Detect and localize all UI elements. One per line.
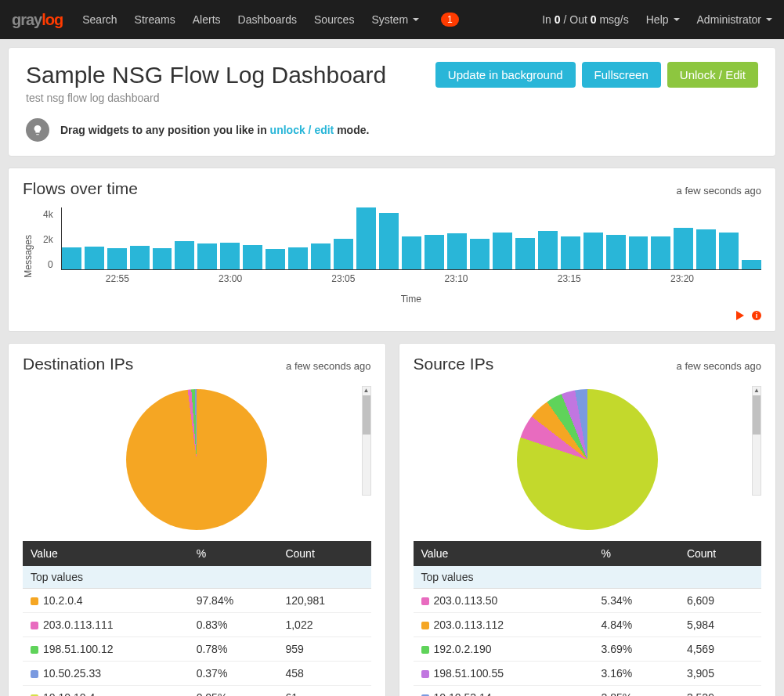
lightbulb-icon (26, 118, 49, 142)
scrollbar[interactable]: ▲ (362, 386, 371, 496)
flows-over-time-widget: Flows over time a few seconds ago Messag… (8, 168, 776, 332)
page-subtitle: test nsg flow log dashboard (26, 92, 386, 104)
bar (356, 207, 376, 269)
hint-row: Drag widgets to any position you like in… (26, 118, 758, 142)
scroll-thumb[interactable] (753, 395, 761, 435)
notification-badge[interactable]: 1 (441, 13, 459, 27)
widget-updated: a few seconds ago (677, 185, 761, 197)
hint-text: Drag widgets to any position you like in… (60, 124, 369, 136)
bar (719, 233, 739, 269)
bar (629, 236, 649, 269)
bar (606, 235, 626, 269)
bar (288, 247, 308, 269)
bar (62, 247, 81, 269)
nav-dashboards[interactable]: Dashboards (238, 13, 298, 26)
scroll-up-icon[interactable]: ▲ (363, 387, 370, 395)
y-axis-ticks: 4k 2k 0 (43, 207, 53, 270)
table-row[interactable]: 10.10.53.142.85%3,529 (414, 686, 762, 697)
x-axis-label: Time (61, 294, 761, 305)
logo-gray: gray (12, 11, 42, 28)
color-swatch (421, 646, 429, 654)
update-background-button[interactable]: Update in background (435, 62, 576, 88)
widget-title: Destination IPs (23, 355, 133, 373)
info-icon[interactable]: i (752, 311, 761, 320)
table-row[interactable]: 203.0.113.1124.84%5,984 (414, 613, 762, 637)
widget-updated: a few seconds ago (286, 360, 370, 372)
bar (243, 245, 262, 269)
nav-help-label: Help (646, 13, 669, 26)
bar (447, 233, 467, 269)
table-row[interactable]: 10.10.10.40.05%61 (23, 686, 371, 697)
header-panel: Sample NSG Flow Log Dashboard test nsg f… (8, 47, 776, 157)
table-row[interactable]: 198.51.100.120.78%959 (23, 637, 371, 662)
bar (266, 249, 285, 269)
bar (651, 236, 670, 269)
nav-streams[interactable]: Streams (135, 13, 175, 26)
bar (493, 233, 512, 269)
bar (175, 241, 194, 269)
bar (311, 243, 331, 269)
col-count: Count (679, 541, 761, 566)
table-row[interactable]: 10.2.0.497.84%120,981 (23, 589, 371, 613)
pie-chart (126, 389, 267, 530)
widget-title: Flows over time (23, 179, 138, 198)
color-swatch (421, 597, 429, 605)
bar (538, 231, 558, 269)
bar (153, 248, 172, 269)
page-title: Sample NSG Flow Log Dashboard (26, 62, 386, 88)
col-pct: % (189, 541, 278, 566)
bar (561, 236, 580, 269)
unlock-edit-button[interactable]: Unlock / Edit (667, 62, 758, 88)
color-swatch (31, 646, 38, 654)
scrollbar[interactable]: ▲ (752, 386, 761, 496)
bar (402, 236, 421, 269)
bar (379, 213, 399, 269)
bar-chart (61, 207, 761, 270)
bar (425, 235, 444, 269)
table-row[interactable]: 203.0.113.505.34%6,609 (414, 589, 762, 613)
logo[interactable]: graylog (12, 11, 63, 29)
nav-alerts[interactable]: Alerts (193, 13, 221, 26)
bar (334, 239, 353, 269)
pie-chart (517, 389, 658, 530)
table-subheader: Top values (23, 566, 371, 589)
table-row[interactable]: 203.0.113.1110.83%1,022 (23, 613, 371, 637)
bar (197, 243, 217, 269)
bar (470, 239, 490, 269)
nav-items: Search Streams Alerts Dashboards Sources… (82, 13, 542, 27)
logo-log: log (42, 11, 63, 28)
col-pct: % (594, 541, 679, 566)
navbar: graylog Search Streams Alerts Dashboards… (0, 0, 784, 39)
nav-system-label: System (371, 13, 408, 26)
table-subheader: Top values (414, 566, 762, 589)
table-row[interactable]: 10.50.25.330.37%458 (23, 662, 371, 686)
nav-sources[interactable]: Sources (314, 13, 354, 26)
color-swatch (421, 670, 429, 678)
color-swatch (31, 670, 38, 678)
bar (220, 243, 240, 269)
nav-help[interactable]: Help (646, 13, 680, 26)
nav-admin[interactable]: Administrator (697, 13, 772, 26)
bar (742, 260, 761, 269)
scroll-thumb[interactable] (363, 395, 370, 435)
chevron-down-icon (766, 18, 772, 21)
source-ips-table: Value % Count Top values 203.0.113.505.3… (414, 541, 762, 696)
bar (583, 233, 603, 269)
source-ips-widget: Source IPs a few seconds ago ▲ Value % C… (399, 343, 777, 696)
nav-system[interactable]: System (371, 13, 419, 26)
bar (696, 229, 716, 269)
unlock-edit-link[interactable]: unlock / edit (270, 124, 334, 136)
chevron-down-icon (413, 18, 419, 21)
col-value: Value (23, 541, 189, 566)
bar (130, 246, 150, 269)
fullscreen-button[interactable]: Fullscreen (582, 62, 661, 88)
color-swatch (421, 622, 429, 629)
table-row[interactable]: 192.0.2.1903.69%4,569 (414, 637, 762, 662)
play-icon[interactable] (736, 311, 744, 320)
widget-updated: a few seconds ago (677, 360, 761, 372)
bar (674, 228, 693, 269)
destination-ips-table: Value % Count Top values 10.2.0.497.84%1… (23, 541, 371, 696)
table-row[interactable]: 198.51.100.553.16%3,905 (414, 662, 762, 686)
nav-search[interactable]: Search (82, 13, 117, 26)
scroll-up-icon[interactable]: ▲ (753, 387, 760, 395)
